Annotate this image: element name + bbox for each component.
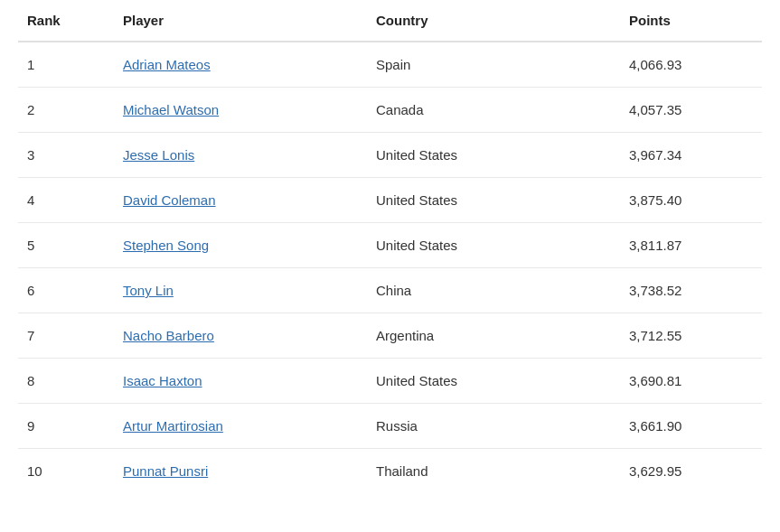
table-row: 8Isaac HaxtonUnited States3,690.81 — [18, 359, 762, 404]
points-cell: 3,875.40 — [615, 178, 762, 223]
points-cell: 3,967.34 — [615, 133, 762, 178]
country-column-header: Country — [362, 0, 615, 42]
country-cell: United States — [362, 133, 615, 178]
rank-cell: 1 — [18, 42, 108, 88]
table-row: 2Michael WatsonCanada4,057.35 — [18, 88, 762, 133]
country-cell: United States — [362, 359, 615, 404]
player-link[interactable]: Isaac Haxton — [123, 373, 202, 388]
rank-cell: 2 — [18, 88, 108, 133]
player-cell[interactable]: Tony Lin — [108, 268, 362, 313]
table-row: 5Stephen SongUnited States3,811.87 — [18, 223, 762, 268]
country-cell: United States — [362, 178, 615, 223]
rank-cell: 3 — [18, 133, 108, 178]
player-link[interactable]: Michael Watson — [123, 102, 219, 117]
player-link[interactable]: Adrian Mateos — [123, 57, 211, 72]
country-cell: United States — [362, 223, 615, 268]
country-cell: Thailand — [362, 449, 615, 494]
rank-cell: 7 — [18, 313, 108, 359]
player-cell[interactable]: David Coleman — [108, 178, 362, 223]
player-link[interactable]: Jesse Lonis — [123, 147, 194, 163]
points-cell: 4,057.35 — [615, 88, 762, 133]
country-cell: Argentina — [362, 313, 615, 359]
player-cell[interactable]: Punnat Punsri — [108, 449, 362, 494]
points-column-header: Points — [615, 0, 762, 42]
table-row: 6Tony LinChina3,738.52 — [18, 268, 762, 313]
rank-cell: 5 — [18, 223, 108, 268]
country-cell: Russia — [362, 404, 615, 449]
player-link[interactable]: David Coleman — [123, 192, 216, 208]
player-cell[interactable]: Nacho Barbero — [108, 313, 362, 359]
player-cell[interactable]: Isaac Haxton — [108, 359, 362, 404]
points-cell: 3,629.95 — [615, 449, 762, 494]
table-row: 10Punnat PunsriThailand3,629.95 — [18, 449, 762, 494]
table-row: 4David ColemanUnited States3,875.40 — [18, 178, 762, 223]
country-cell: China — [362, 268, 615, 313]
points-cell: 4,066.93 — [615, 42, 762, 88]
rank-cell: 9 — [18, 404, 108, 449]
rank-cell: 10 — [18, 449, 108, 494]
points-cell: 3,661.90 — [615, 404, 762, 449]
points-cell: 3,690.81 — [615, 359, 762, 404]
country-cell: Spain — [362, 42, 615, 88]
rank-cell: 6 — [18, 268, 108, 313]
player-link[interactable]: Stephen Song — [123, 238, 209, 253]
table-row: 9Artur MartirosianRussia3,661.90 — [18, 404, 762, 449]
player-link[interactable]: Nacho Barbero — [123, 328, 214, 343]
player-cell[interactable]: Michael Watson — [108, 88, 362, 133]
rank-column-header: Rank — [18, 0, 108, 42]
player-cell[interactable]: Jesse Lonis — [108, 133, 362, 178]
leaderboard-table: Rank Player Country Points 1Adrian Mateo… — [18, 0, 762, 493]
player-column-header: Player — [108, 0, 362, 42]
table-header-row: Rank Player Country Points — [18, 0, 762, 42]
table-row: 1Adrian MateosSpain4,066.93 — [18, 42, 762, 88]
player-cell[interactable]: Artur Martirosian — [108, 404, 362, 449]
table-row: 7Nacho BarberoArgentina3,712.55 — [18, 313, 762, 359]
points-cell: 3,738.52 — [615, 268, 762, 313]
player-cell[interactable]: Stephen Song — [108, 223, 362, 268]
table-row: 3Jesse LonisUnited States3,967.34 — [18, 133, 762, 178]
player-link[interactable]: Artur Martirosian — [123, 418, 223, 434]
rank-cell: 8 — [18, 359, 108, 404]
points-cell: 3,712.55 — [615, 313, 762, 359]
player-link[interactable]: Tony Lin — [123, 283, 174, 298]
player-link[interactable]: Punnat Punsri — [123, 463, 208, 479]
points-cell: 3,811.87 — [615, 223, 762, 268]
country-cell: Canada — [362, 88, 615, 133]
leaderboard-container: Rank Player Country Points 1Adrian Mateo… — [0, 0, 780, 493]
rank-cell: 4 — [18, 178, 108, 223]
player-cell[interactable]: Adrian Mateos — [108, 42, 362, 88]
